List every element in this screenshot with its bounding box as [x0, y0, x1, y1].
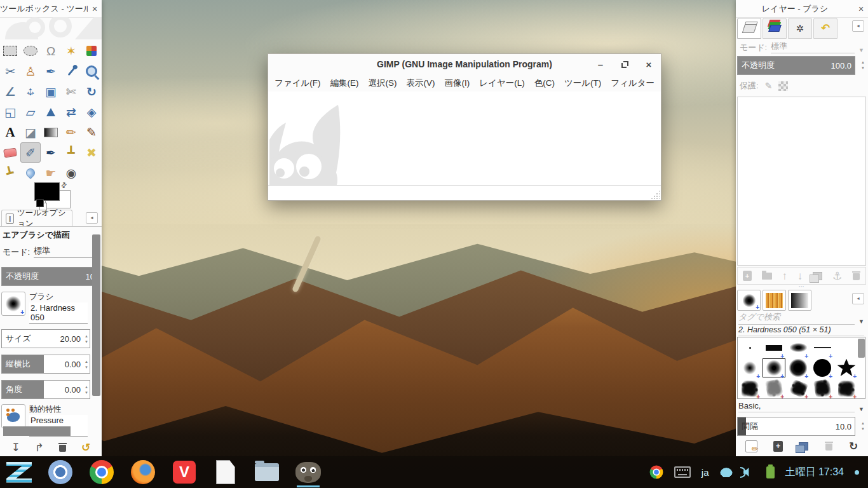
tool-pencil[interactable]: ✏ [61, 122, 81, 142]
tool-gradient[interactable] [41, 122, 61, 142]
opacity-slider[interactable]: 不透明度 100.0 [1, 267, 98, 286]
tool-move[interactable] [20, 81, 41, 102]
chrome-tray-icon[interactable] [649, 465, 663, 479]
keyboard-layout-icon[interactable] [674, 466, 691, 478]
default-colors-fg-icon[interactable] [36, 200, 44, 207]
jitter-amount-slider[interactable] [3, 426, 71, 436]
aspect-ratio-slider[interactable]: 縦横比 0.00 ▲▼ [1, 355, 90, 374]
toolbox-collapse-menu-button[interactable]: ◂ [86, 212, 98, 224]
tool-rect-select[interactable] [0, 41, 20, 61]
swap-colors-icon[interactable]: ⇄ [59, 180, 69, 191]
brush-splatter-4[interactable]: + [810, 378, 834, 398]
tool-select-by-color[interactable] [81, 41, 102, 61]
dock-titlebar[interactable]: レイヤー - ブラシ × [736, 0, 868, 18]
system-tray[interactable]: ja 土曜日 17:34 [649, 465, 868, 479]
brush-splatter-5[interactable]: + [834, 378, 858, 398]
brush-tag-dropdown-icon[interactable]: ▼ [858, 318, 864, 325]
size-spinner[interactable]: ▲▼ [85, 330, 88, 348]
minimize-button[interactable]: – [588, 54, 613, 74]
taskbar-app-zorin-menu[interactable] [5, 456, 33, 488]
tab-paths[interactable]: ✲ [788, 18, 812, 39]
mode-select[interactable]: 標準 [34, 245, 92, 258]
layer-opacity-slider[interactable]: 不透明度 100.0 [737, 56, 855, 75]
taskbar-app-chromium[interactable] [46, 456, 74, 488]
dock-splitter-handle[interactable]: ⋯ [736, 285, 868, 290]
menu-image[interactable]: 画像(I) [445, 78, 470, 89]
tab-layers[interactable] [737, 18, 761, 39]
delete-layer-button[interactable] [852, 271, 860, 280]
tool-cage-transform[interactable]: ◈ [81, 102, 102, 122]
battery-status[interactable] [766, 466, 775, 478]
brush-empty[interactable] [834, 337, 858, 358]
gimp-canvas-area[interactable] [268, 92, 661, 200]
tool-airbrush[interactable]: ✐ [20, 142, 41, 163]
tool-perspective-clone[interactable]: ┻ [0, 163, 20, 183]
tool-flip[interactable]: ⇄ [61, 102, 81, 122]
menu-tools[interactable]: ツール(T) [564, 78, 601, 89]
dynamics-preview-icon[interactable] [1, 404, 25, 428]
tool-eraser[interactable] [0, 142, 20, 163]
brush-star[interactable]: + [834, 358, 858, 378]
tool-color-picker[interactable] [61, 61, 81, 81]
tool-text[interactable]: A [0, 122, 20, 142]
lock-pixels-icon[interactable]: ✎ [765, 81, 773, 91]
duplicate-layer-button[interactable] [813, 272, 822, 280]
brush-name-field[interactable]: 2. Hardness 050 [29, 302, 88, 324]
menu-view[interactable]: 表示(V) [407, 78, 435, 89]
delete-tool-preset-button[interactable] [58, 443, 67, 452]
foreground-color-swatch[interactable] [34, 182, 60, 201]
taskbar-app-firefox[interactable] [129, 456, 157, 488]
maximize-button[interactable] [613, 54, 637, 74]
tool-scissors-select[interactable]: ✂ [0, 61, 20, 81]
tool-smudge[interactable]: ☛ [41, 163, 61, 183]
menu-filters[interactable]: フィルター [611, 78, 654, 89]
tool-shear[interactable]: ▱ [20, 102, 41, 122]
brush-hardness-050[interactable]: + [762, 358, 786, 378]
restore-tool-preset-button[interactable]: ↱ [35, 442, 44, 453]
tool-clone[interactable]: ┻ [61, 142, 81, 163]
menu-colors[interactable]: 色(C) [534, 78, 555, 89]
new-brush-button[interactable] [773, 441, 783, 452]
language-indicator[interactable]: ja [702, 467, 709, 478]
taskbar-app-libreoffice[interactable] [212, 456, 240, 488]
brush-group-select[interactable]: Basic, [738, 401, 855, 412]
tool-paths[interactable]: ✒ [41, 61, 61, 81]
save-tool-preset-button[interactable]: ↧ [11, 442, 20, 453]
toolbox-wilber-drag-area[interactable] [0, 17, 102, 39]
brush-block[interactable]: + [762, 337, 786, 358]
tool-fuzzy-select[interactable]: ✶ [61, 41, 81, 61]
aspect-spinner[interactable]: ▲▼ [85, 355, 88, 373]
toolbox-titlebar[interactable]: ツールボックス - ツール… × [0, 0, 102, 18]
gimp-titlebar[interactable]: GIMP (GNU Image Manipulation Program) – … [268, 54, 661, 74]
brush-line[interactable]: + [810, 337, 834, 358]
refresh-brushes-button[interactable]: ↻ [849, 441, 858, 452]
dock-close-button[interactable]: × [854, 4, 868, 14]
tool-options-tab[interactable]: ∥ ツールオプション [1, 210, 72, 226]
brush-splatter-3[interactable]: + [786, 378, 810, 398]
anchor-layer-button[interactable]: ⚓ [832, 271, 842, 281]
notification-dot-icon[interactable] [855, 470, 859, 475]
new-layer-group-button[interactable] [762, 273, 772, 280]
tool-foreground-select[interactable]: ♙ [20, 61, 41, 81]
tool-ellipse-select[interactable] [20, 41, 41, 61]
taskbar-app-gimp[interactable] [294, 456, 322, 488]
tool-paintbrush[interactable]: ✎ [81, 122, 102, 142]
tab-gradients[interactable] [788, 290, 811, 311]
brush-group-dropdown-icon[interactable]: ▼ [858, 406, 864, 412]
tool-bucket-fill[interactable]: ◪ [20, 122, 41, 142]
brush-hardness-100[interactable]: + [810, 358, 834, 378]
new-layer-button[interactable] [743, 271, 752, 281]
menu-file[interactable]: ファイル(F) [275, 78, 321, 89]
tool-measure[interactable]: ∠ [0, 81, 20, 102]
tool-crop[interactable]: ✄ [61, 81, 81, 102]
tool-ink[interactable]: ✒ [41, 142, 61, 163]
taskbar-app-vivaldi[interactable]: V [170, 456, 198, 488]
layer-mode-dropdown-icon[interactable]: ▼ [858, 47, 864, 53]
tool-dodge-burn[interactable]: ◉ [61, 163, 81, 183]
tool-align[interactable]: ▣ [41, 81, 61, 102]
layers-list[interactable] [737, 97, 866, 266]
edit-brush-button[interactable] [745, 440, 757, 452]
menu-layer[interactable]: レイヤー(L) [479, 78, 524, 89]
angle-spinner[interactable]: ▲▼ [85, 381, 88, 398]
volume-status[interactable] [743, 468, 756, 477]
